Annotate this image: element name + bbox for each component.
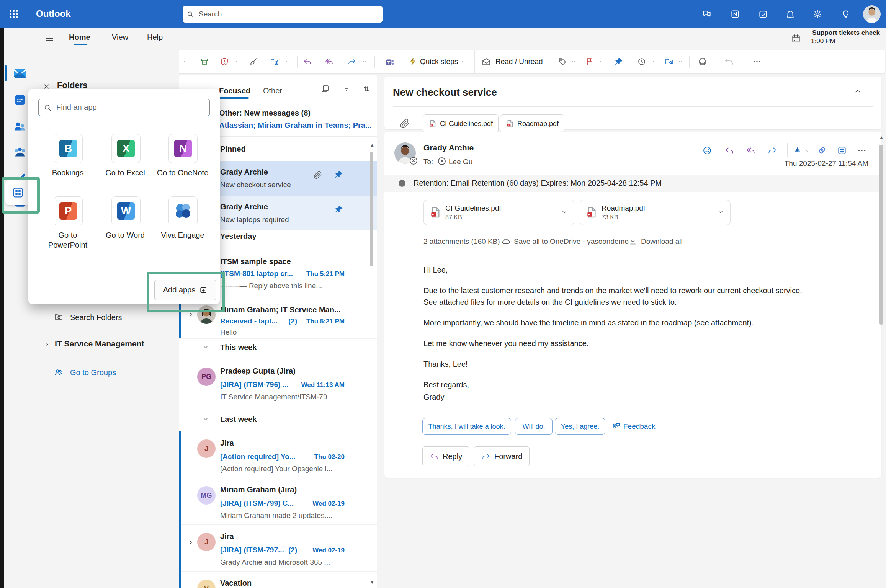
scroll-up-arrow[interactable]: ▲ [879,135,884,140]
tips-bulb-icon[interactable] [841,9,851,19]
app-tile-onenote[interactable]: N [168,134,198,163]
attachment-chip[interactable]: Roadmap.pdf [500,114,564,133]
snooze-clock-icon[interactable] [637,57,646,66]
forward-icon[interactable] [347,57,356,66]
attachment-chip[interactable]: CI Guidelines.pdf [423,114,499,133]
scroll-up-arrow[interactable]: ▲ [370,142,374,148]
delete-dropdown-icon[interactable] [183,59,188,64]
suggested-reply-button[interactable]: Thanks. I will take a look. [422,418,511,435]
recipient-name[interactable]: Lee Gu [449,158,472,166]
tab-other[interactable]: Other [263,87,282,95]
todo-icon[interactable] [758,9,768,19]
move-to-dropdown-icon[interactable] [285,59,289,64]
reply-button[interactable]: Reply [422,446,469,466]
report-shield-icon[interactable] [220,57,229,66]
addin-dropdown-icon[interactable] [805,149,809,153]
message-row[interactable]: J Jira [JIRA] (ITSM-797...(2) Wed 02-19 … [179,524,377,572]
tab-focused[interactable]: Focused [219,87,250,95]
addin-prism-icon[interactable] [793,145,803,155]
move-to-icon[interactable] [270,57,279,66]
app-tile-excel[interactable]: X [111,134,141,163]
flag-icon[interactable] [585,57,595,66]
categorize-dropdown-icon[interactable] [571,59,576,64]
archive-icon[interactable] [200,57,209,66]
search-input[interactable] [198,10,383,19]
share-to-teams-icon[interactable] [385,57,395,67]
suggested-reply-button[interactable]: Yes, I agree. [555,418,605,435]
undo-icon[interactable] [724,57,734,66]
rail-calendar-icon[interactable] [13,93,27,106]
sender-name[interactable]: Grady Archie [423,143,474,152]
attachment-card[interactable]: Roadmap.pdf 73 KB [580,200,731,225]
attachment-dropdown-icon[interactable] [717,209,724,216]
feedback-link[interactable]: Feedback [623,422,655,431]
message-row[interactable]: PG Pradeep Gupta (Jira) [JIRA] (ITSM-796… [179,359,377,407]
snooze-dropdown-icon[interactable] [651,59,655,64]
categorize-tag-icon[interactable] [558,57,567,66]
quick-steps-button[interactable]: Quick steps [403,50,475,74]
expand-conversation-icon[interactable] [187,539,194,546]
forward-dropdown-icon[interactable] [362,59,367,64]
app-tile-viva-engage[interactable] [168,196,198,225]
search-bar[interactable] [183,6,383,23]
download-all-link[interactable]: Download all [641,237,683,246]
suggested-reply-button[interactable]: Will do. [515,418,553,435]
nav-menu-icon[interactable] [44,33,54,43]
more-actions-icon[interactable] [857,145,867,155]
reading-scrollbar-thumb[interactable] [879,145,883,325]
flag-dropdown-icon[interactable] [599,59,603,64]
filter-icon[interactable] [342,84,351,93]
rail-more-apps-button[interactable] [5,180,31,205]
message-row[interactable]: J Jira [Action required] Yo... Thu 02-20… [179,431,377,478]
pin-icon[interactable] [614,57,623,66]
reply-icon[interactable] [303,57,312,66]
list-scrollbar-thumb[interactable] [370,152,373,266]
read-unread-label[interactable]: Read / Unread [495,57,543,66]
user-avatar[interactable] [863,5,881,23]
pinned-pin-icon[interactable] [334,170,343,179]
rail-mail-icon[interactable] [12,65,28,81]
rail-groups-icon[interactable] [13,145,27,159]
collapse-header-icon[interactable] [854,87,861,95]
sweep-icon[interactable] [249,57,258,66]
reply-all-icon[interactable] [746,145,756,155]
app-tile-powerpoint[interactable]: P [54,196,83,225]
select-messages-icon[interactable] [320,84,330,93]
tab-home[interactable]: Home [69,33,90,42]
loop-addin-icon[interactable] [817,145,827,155]
rules-icon[interactable] [665,57,674,66]
app-tile-word[interactable]: W [111,196,141,225]
reply-icon[interactable] [724,145,734,155]
pinned-pin-icon[interactable] [334,205,343,214]
save-all-onedrive-link[interactable]: Save all to OneDrive - yasoondemo [514,237,629,246]
apps-grid-icon[interactable] [837,145,847,155]
emoji-reaction-icon[interactable] [702,145,712,155]
notifications-bell-icon[interactable] [785,9,795,19]
onenote-feed-icon[interactable] [730,9,740,19]
folder-item-search-folders[interactable]: Search Folders [70,313,122,322]
find-app-search[interactable] [38,99,210,116]
read-unread-icon[interactable] [482,57,491,66]
tab-help[interactable]: Help [147,33,163,42]
message-row[interactable]: V Vacation ​ [179,571,377,588]
app-launcher-icon[interactable] [8,9,19,20]
add-apps-button[interactable]: Add apps [154,280,216,300]
more-options-icon[interactable] [752,57,762,66]
expand-conversation-icon[interactable] [187,311,194,318]
message-row[interactable]: MG Miriam Graham (Jira) [JIRA] (ITSM-799… [179,478,377,525]
forward-icon[interactable] [767,145,777,155]
folder-item-it-service-management[interactable]: IT Service Management [55,339,144,348]
sort-icon[interactable] [362,84,371,93]
go-to-groups-link[interactable]: Go to Groups [70,368,116,377]
find-app-input[interactable] [56,103,205,112]
report-dropdown-icon[interactable] [234,59,238,64]
it-service-expand-icon[interactable] [44,341,50,348]
banner-senders-link[interactable]: Atlassian; Miriam Graham in Teams; Pra..… [219,121,372,130]
settings-gear-icon[interactable] [812,9,822,19]
forward-button[interactable]: Forward [474,446,530,466]
rules-dropdown-icon[interactable] [678,59,683,64]
chat-icon[interactable] [702,9,712,19]
rail-people-icon[interactable] [13,119,27,133]
print-icon[interactable] [698,57,707,66]
attachment-card[interactable]: CI Guidelines.pdf 87 KB [423,200,574,225]
